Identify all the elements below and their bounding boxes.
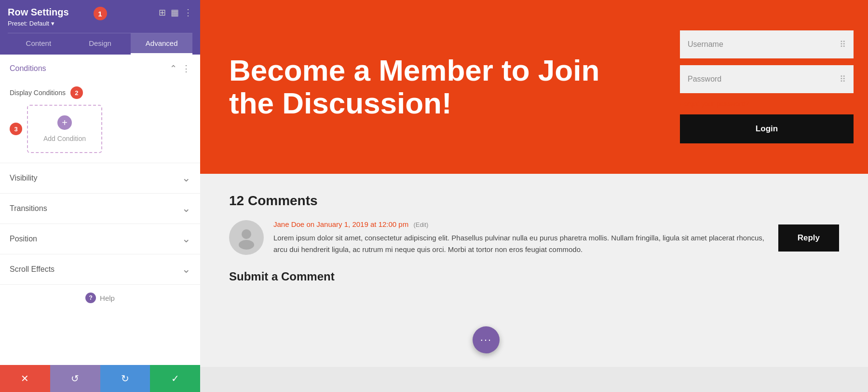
step-3-badge: 3 [10,123,22,135]
hero-section: Become a Member to Join the Discussion! … [200,0,868,174]
reply-button[interactable]: Reply [778,224,839,252]
redo-button[interactable]: ↻ [100,365,150,392]
position-header[interactable]: Position ⌄ [0,224,200,254]
more-options-icon[interactable]: ⋮ [184,7,192,18]
submit-comment-title: Submit a Comment [229,270,839,283]
add-condition-wrapper: 3 + Add Condition [10,105,190,153]
transitions-title: Transitions [10,204,47,213]
tabs: Content Design Advanced [8,33,192,55]
tab-design[interactable]: Design [69,33,131,55]
add-condition-label: Add Condition [43,135,86,142]
plus-circle-icon: + [57,115,72,130]
conditions-header[interactable]: Conditions ⌃ ⋮ [0,55,200,83]
username-dots-icon: ⠿ [840,39,846,50]
step-2-badge: 2 [70,86,83,99]
conditions-content: Display Conditions 2 3 + Add Condition [0,83,200,163]
scroll-effects-chevron-down[interactable]: ⌄ [182,263,190,276]
help-bar: ? Help [0,285,200,311]
tab-content[interactable]: Content [8,33,69,55]
conditions-more-icon[interactable]: ⋮ [182,63,190,74]
comments-title: 12 Comments [229,193,839,209]
comments-section: 12 Comments Jane Doe on January 1, 2019 … [200,174,868,367]
visibility-section: Visibility ⌄ [0,163,200,194]
redo-icon: ↻ [121,373,129,384]
visibility-header[interactable]: Visibility ⌄ [0,163,200,193]
tab-advanced[interactable]: Advanced [131,33,192,55]
login-button[interactable]: Login [680,114,854,143]
right-content: Become a Member to Join the Discussion! … [200,0,868,392]
save-button[interactable]: ✓ [150,365,200,392]
author-name: Jane Doe on January 1, 2019 at 12:00 pm [273,220,408,228]
panel-body: Conditions ⌃ ⋮ Display Conditions 2 3 + … [0,55,200,392]
comment-author: Jane Doe on January 1, 2019 at 12:00 pm … [273,220,769,228]
bottom-bar: ✕ ↺ ↻ ✓ [0,365,200,392]
position-title: Position [10,235,37,243]
add-condition-button[interactable]: + Add Condition [27,105,102,153]
panel-header: Row Settings ⊞ ▦ ⋮ Preset: Default ▾ 1 C… [0,0,200,55]
visibility-chevron-down[interactable]: ⌄ [182,172,190,184]
comment-text: Lorem ipsum dolor sit amet, consectetur … [273,232,769,255]
left-panel: Row Settings ⊞ ▦ ⋮ Preset: Default ▾ 1 C… [0,0,200,392]
username-field[interactable]: Username ⠿ [680,30,854,58]
conditions-chevron-up[interactable]: ⌃ [170,63,177,74]
hero-right: Username ⠿ Password ⠿ Forgot your passwo… [665,0,868,174]
panel-preset: Preset: Default ▾ [8,20,192,27]
scroll-effects-section: Scroll Effects ⌄ [0,254,200,285]
visibility-title: Visibility [10,174,38,182]
step-1-badge: 1 [94,7,107,20]
conditions-actions: ⌃ ⋮ [170,63,190,74]
password-dots-icon: ⠿ [840,74,846,84]
fab-dots-icon: ··· [480,334,492,346]
forgot-password-link[interactable]: Forgot your password? [680,100,854,108]
help-button[interactable]: ? Help [85,293,115,303]
password-placeholder: Password [688,75,721,84]
transitions-chevron-down[interactable]: ⌄ [182,202,190,215]
preset-label: Preset: Default [8,20,49,27]
grid-icon[interactable]: ▦ [171,7,179,18]
position-section: Position ⌄ [0,224,200,254]
preset-arrow[interactable]: ▾ [51,20,54,27]
fab-button[interactable]: ··· [473,326,500,353]
cancel-button[interactable]: ✕ [0,365,50,392]
display-conditions-row: Display Conditions 2 [10,86,190,99]
avatar [229,220,264,255]
transitions-section: Transitions ⌄ [0,194,200,224]
undo-icon: ↺ [71,373,79,384]
conditions-title: Conditions [10,64,46,73]
edit-link[interactable]: (Edit) [413,221,428,228]
svg-point-1 [239,240,254,250]
cancel-icon: ✕ [21,373,29,384]
undo-button[interactable]: ↺ [50,365,100,392]
svg-point-0 [242,229,251,239]
display-conditions-label: Display Conditions [10,89,66,97]
comment-row: Jane Doe on January 1, 2019 at 12:00 pm … [229,220,839,255]
help-label: Help [100,294,115,302]
panel-title: Row Settings [8,7,69,18]
expand-icon[interactable]: ⊞ [159,7,166,18]
transitions-header[interactable]: Transitions ⌄ [0,194,200,224]
username-placeholder: Username [688,40,723,49]
conditions-section: Conditions ⌃ ⋮ Display Conditions 2 3 + … [0,55,200,163]
hero-left: Become a Member to Join the Discussion! [200,0,665,174]
help-icon: ? [85,293,96,303]
panel-title-icons: ⊞ ▦ ⋮ [159,7,192,18]
scroll-effects-header[interactable]: Scroll Effects ⌄ [0,254,200,284]
hero-heading: Become a Member to Join the Discussion! [229,54,637,120]
password-field[interactable]: Password ⠿ [680,65,854,93]
scroll-effects-title: Scroll Effects [10,265,54,274]
comment-body: Jane Doe on January 1, 2019 at 12:00 pm … [273,220,769,255]
save-icon: ✓ [171,373,179,384]
position-chevron-down[interactable]: ⌄ [182,233,190,245]
